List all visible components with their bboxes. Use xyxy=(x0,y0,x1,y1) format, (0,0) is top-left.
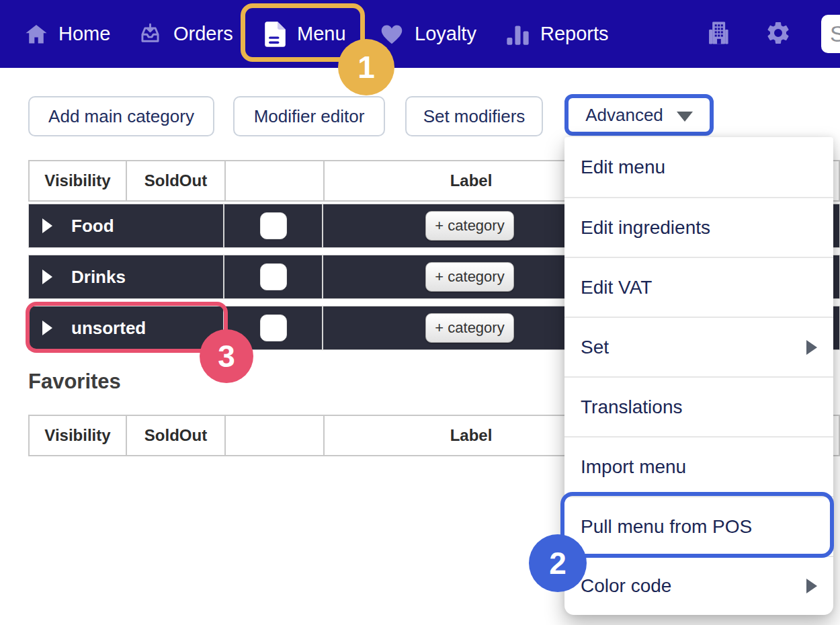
add-main-category-label: Add main category xyxy=(48,106,194,127)
heart-icon xyxy=(380,24,404,45)
set-modifiers-label: Set modifiers xyxy=(423,106,526,127)
column-header-soldout: SoldOut xyxy=(127,161,224,200)
bar-chart-icon xyxy=(506,22,530,46)
annotation-badge-3: 3 xyxy=(200,329,253,383)
building-icon xyxy=(706,20,731,48)
category-expander-food[interactable]: Food xyxy=(29,204,223,247)
advanced-dropdown-button[interactable]: Advanced xyxy=(564,94,714,136)
column-header-visibility: Visibility xyxy=(30,416,126,455)
nav-item-orders[interactable]: Orders xyxy=(138,0,233,68)
soldout-cell xyxy=(224,204,322,247)
menu-item-pull-menu-from-pos[interactable]: Pull menu from POS xyxy=(564,496,833,556)
add-category-button[interactable]: + category xyxy=(425,211,514,241)
expand-arrow-icon xyxy=(42,269,52,284)
menu-document-icon xyxy=(264,21,286,48)
nav-label-reports: Reports xyxy=(540,23,609,45)
nav-item-loyalty[interactable]: Loyalty xyxy=(380,0,476,68)
column-header-empty xyxy=(226,161,323,200)
soldout-checkbox[interactable] xyxy=(260,212,287,239)
soldout-cell xyxy=(224,255,322,298)
page: Home Orders Menu xyxy=(0,0,840,625)
chevron-down-icon xyxy=(677,112,693,122)
submenu-arrow-icon xyxy=(806,340,817,355)
favorites-title: Favorites xyxy=(28,370,121,394)
badge-1-number: 1 xyxy=(358,49,375,85)
add-category-button[interactable]: + category xyxy=(425,262,514,292)
column-header-visibility: Visibility xyxy=(30,161,126,200)
orders-inbox-icon xyxy=(138,22,163,46)
menu-item-label: Set xyxy=(581,337,609,358)
nav-label-orders: Orders xyxy=(173,23,233,45)
soldout-checkbox[interactable] xyxy=(260,315,287,341)
profile-letter: S xyxy=(830,21,840,47)
settings-button[interactable] xyxy=(765,0,792,68)
column-header-empty xyxy=(226,416,323,455)
menu-item-label: Edit VAT xyxy=(581,277,652,298)
add-category-label: + category xyxy=(435,268,504,286)
nav-item-home[interactable]: Home xyxy=(25,0,110,68)
expand-arrow-icon xyxy=(42,321,52,335)
category-name: unsorted xyxy=(71,318,146,339)
menu-item-edit-vat[interactable]: Edit VAT xyxy=(564,257,833,317)
annotation-badge-2: 2 xyxy=(529,534,587,592)
nav-item-menu[interactable]: Menu xyxy=(264,0,346,68)
annotation-badge-1: 1 xyxy=(338,39,394,95)
menu-item-edit-menu[interactable]: Edit menu xyxy=(564,137,833,197)
category-expander-drinks[interactable]: Drinks xyxy=(29,255,223,298)
add-category-label: + category xyxy=(435,319,504,337)
home-icon xyxy=(25,23,48,46)
category-name: Drinks xyxy=(71,267,126,288)
advanced-dropdown-menu: Edit menu Edit ingredients Edit VAT Set … xyxy=(564,137,833,615)
nav-label-menu: Menu xyxy=(297,23,346,45)
category-name: Food xyxy=(71,216,114,237)
profile-button[interactable]: S xyxy=(821,15,840,53)
menu-item-label: Translations xyxy=(581,397,682,418)
set-modifiers-button[interactable]: Set modifiers xyxy=(405,96,543,136)
add-main-category-button[interactable]: Add main category xyxy=(28,96,214,136)
add-category-label: + category xyxy=(435,217,504,235)
nav-label-loyalty: Loyalty xyxy=(415,23,476,45)
badge-3-number: 3 xyxy=(218,338,235,374)
column-header-soldout: SoldOut xyxy=(127,416,224,455)
menu-item-label: Import menu xyxy=(581,456,686,478)
category-expander-unsorted[interactable]: unsorted xyxy=(29,306,223,349)
menu-item-label: Edit ingredients xyxy=(581,217,710,239)
menu-item-label: Edit menu xyxy=(581,157,665,178)
top-navbar: Home Orders Menu xyxy=(0,0,840,68)
menu-item-label: Pull menu from POS xyxy=(581,516,752,538)
menu-item-label: Color code xyxy=(581,575,671,597)
soldout-checkbox[interactable] xyxy=(260,263,287,290)
modifier-editor-label: Modifier editor xyxy=(254,106,365,127)
menu-item-edit-ingredients[interactable]: Edit ingredients xyxy=(564,197,833,257)
nav-item-reports[interactable]: Reports xyxy=(506,0,609,68)
badge-2-number: 2 xyxy=(549,545,566,581)
menu-item-import-menu[interactable]: Import menu xyxy=(564,436,833,496)
advanced-label: Advanced xyxy=(585,105,663,126)
menu-item-color-code[interactable]: Color code xyxy=(564,556,833,615)
modifier-editor-button[interactable]: Modifier editor xyxy=(233,96,385,136)
gear-icon xyxy=(765,19,792,49)
expand-arrow-icon xyxy=(42,218,52,233)
submenu-arrow-icon xyxy=(806,579,817,593)
menu-item-translations[interactable]: Translations xyxy=(564,376,833,436)
add-category-button[interactable]: + category xyxy=(425,313,514,343)
menu-item-set[interactable]: Set xyxy=(564,317,833,376)
nav-label-home: Home xyxy=(58,23,110,45)
building-button[interactable] xyxy=(706,0,731,68)
